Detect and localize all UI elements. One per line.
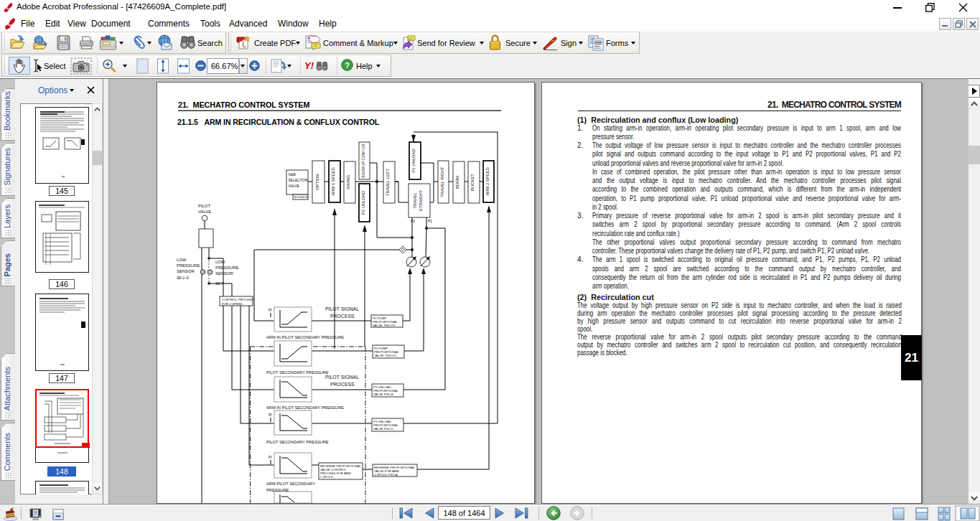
svg-text:FOR 2 SPEED: FOR 2 SPEED xyxy=(222,302,243,306)
svg-text:P2: P2 xyxy=(411,219,415,223)
svg-text:ARM IN PILOT SECONDARY PRESSUR: ARM IN PILOT SECONDARY PRESSURE xyxy=(266,335,344,339)
svg-text:PI: PI xyxy=(269,455,272,459)
svg-text:VALVE PSV-B: VALVE PSV-B xyxy=(373,393,393,396)
svg-text:SELECTOR: SELECTOR xyxy=(289,178,308,182)
svg-text:BOOM: BOOM xyxy=(455,176,459,189)
svg-text:21.1.5 ARM IN RECIRCULATION: 21.1.5 ARM IN RECIRCULATION & CONFLUX CO… xyxy=(177,118,380,126)
svg-text:P2 UNLOAD: P2 UNLOAD xyxy=(361,191,365,215)
svg-text:STRAIGHT: STRAIGHT xyxy=(419,189,423,211)
svg-text:BUCKET: BUCKET xyxy=(470,174,475,191)
svg-text:ARM PILOT SECONDARY: ARM PILOT SECONDARY xyxy=(266,482,315,486)
svg-text:SENSOR: SENSOR xyxy=(177,269,195,273)
svg-text:SENSOR: SENSOR xyxy=(215,271,233,276)
svg-text:P1 UNLOAD: P1 UNLOAD xyxy=(411,149,416,172)
svg-text:OPTION: OPTION xyxy=(315,174,319,190)
svg-text:BOOM UP CONFLUX: BOOM UP CONFLUX xyxy=(362,143,365,177)
svg-text:VALVE: VALVE xyxy=(289,184,300,188)
svg-text:ARM 1 SPEED: ARM 1 SPEED xyxy=(331,167,335,196)
svg-text:PI: PI xyxy=(269,413,272,417)
svg-text:SE-7: SE-7 xyxy=(215,281,223,286)
svg-text:N&B: N&B xyxy=(289,172,297,177)
svg-text:SWING: SWING xyxy=(346,175,350,189)
svg-text:21. MECHATRO CONTROL SYSTEM: 21. MECHATRO CONTROL SYSTEM xyxy=(178,100,309,109)
svg-text:2 SPOOL: 2 SPOOL xyxy=(320,475,334,479)
svg-text:TRAVEL: TRAVEL xyxy=(413,192,417,209)
svg-text:VALVE: VALVE xyxy=(198,210,211,214)
svg-text:PRESSURE: PRESSURE xyxy=(177,263,200,268)
svg-text:P1: P1 xyxy=(428,219,432,223)
svg-text:TRAVEL LEFT: TRAVEL LEFT xyxy=(386,168,390,196)
svg-text:SOLENOID: SOLENOID xyxy=(294,195,309,199)
svg-text:PILOT SIGNAL: PILOT SIGNAL xyxy=(325,375,359,380)
svg-text:PILOT: PILOT xyxy=(198,204,210,208)
svg-text:?: ? xyxy=(345,61,350,70)
svg-text:ARM IN PILOT SECONDARY PRESSUR: ARM IN PILOT SECONDARY PRESSURE xyxy=(266,405,344,410)
svg-text:VALVE PSV-D: VALVE PSV-D xyxy=(373,427,393,431)
svg-text:PRESSURE: PRESSURE xyxy=(266,488,289,492)
svg-text:PILOT SECONDARY PRESSURE: PILOT SECONDARY PRESSURE xyxy=(266,440,329,444)
svg-text:PI: PI xyxy=(269,308,272,312)
svg-text:PROCESS: PROCESS xyxy=(330,314,355,319)
svg-text:PILOT SIGNAL: PILOT SIGNAL xyxy=(325,306,359,311)
svg-text:CONTROL PROCESS: CONTROL PROCESS xyxy=(222,298,253,301)
svg-text:ARM 2 SPEED: ARM 2 SPEED xyxy=(485,167,490,196)
svg-text:2 SPOOL PSV-A: 2 SPOOL PSV-A xyxy=(374,473,398,477)
svg-text:PRESSURE: PRESSURE xyxy=(215,266,238,270)
svg-text:LOW: LOW xyxy=(215,260,225,264)
svg-text:LOW: LOW xyxy=(177,258,187,262)
svg-text:TRAVEL RIGHT: TRAVEL RIGHT xyxy=(440,166,444,197)
svg-text:VALVE PSV-P2: VALVE PSV-P2 xyxy=(373,324,396,327)
svg-text:VALVE PSV-P1: VALVE PSV-P1 xyxy=(374,354,397,357)
svg-text:PROCESS: PROCESS xyxy=(330,382,355,387)
svg-text:SE-1~6: SE-1~6 xyxy=(177,276,189,280)
svg-text:PILOT SECONDARY PRESSURE: PILOT SECONDARY PRESSURE xyxy=(266,370,329,375)
